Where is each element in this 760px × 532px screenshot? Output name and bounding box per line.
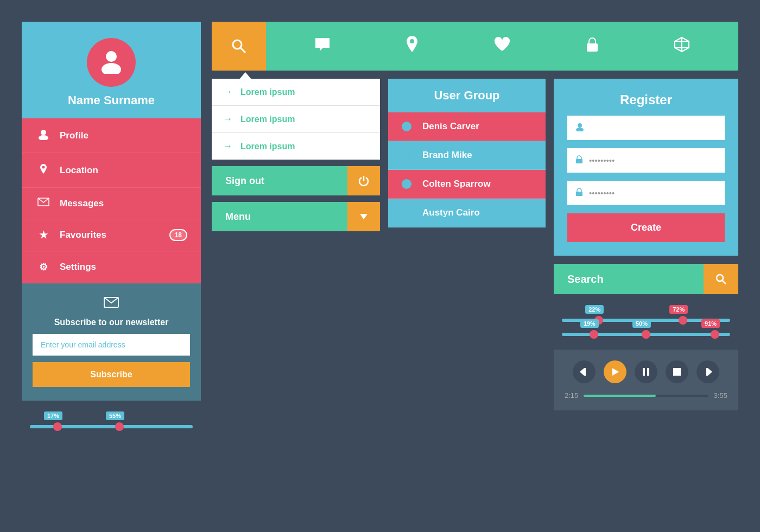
top-navbar	[212, 22, 738, 71]
subscribe-button[interactable]: Subscribe	[33, 362, 190, 387]
sidebar-item-profile[interactable]: Profile	[22, 118, 201, 153]
user-item-1[interactable]: Denis Carver	[388, 112, 546, 141]
user-group-title: User Group	[434, 88, 499, 102]
progress-track[interactable]	[584, 395, 708, 397]
heart-icon[interactable]	[493, 37, 511, 56]
rewind-button[interactable]	[573, 360, 596, 383]
profile-icon	[35, 128, 52, 143]
newsletter-section: Subscribe to our newsletter Subscribe	[22, 283, 201, 401]
navbar-icons	[266, 36, 738, 57]
navbar-search-button[interactable]	[212, 22, 266, 71]
svg-line-8	[240, 48, 245, 53]
chat-icon[interactable]	[314, 37, 331, 56]
status-dot-3	[402, 179, 411, 189]
username-input[interactable]	[567, 116, 725, 140]
confirm-password-input[interactable]	[567, 181, 725, 205]
left-slider-section: 17% 55%	[22, 401, 201, 436]
svg-marker-25	[612, 368, 619, 376]
nav-menu: Profile Location Messages ★ Favourites 1…	[22, 118, 201, 283]
right-slider-thumb-1-2[interactable]: 72%	[679, 316, 687, 325]
sidebar-item-messages[interactable]: Messages	[22, 188, 201, 219]
register-section: Register	[554, 79, 738, 256]
messages-icon	[35, 198, 52, 209]
search-icon-box[interactable]	[704, 264, 738, 294]
arrow-right-icon-1: →	[223, 86, 232, 98]
right-slider-track-2: 19% 50% 91%	[562, 333, 730, 336]
left-slider-label-2: 55%	[106, 411, 124, 420]
user-item-3[interactable]: Colten Sparrow	[388, 170, 546, 199]
dropdown-item-3[interactable]: → Lorem ipsum	[212, 133, 380, 160]
menu-label: Menu	[212, 202, 347, 231]
lock-input-icon-1	[575, 155, 583, 166]
stop-button[interactable]	[666, 360, 688, 383]
status-dot-1	[402, 122, 411, 131]
pause-button[interactable]	[635, 360, 657, 383]
menu-button[interactable]: Menu	[212, 202, 380, 231]
right-slider-label-1-1: 22%	[585, 305, 604, 314]
left-slider-thumb-1[interactable]: 17%	[53, 422, 62, 431]
svg-rect-20	[576, 192, 582, 196]
sign-out-button[interactable]: Sign out	[212, 166, 380, 195]
power-icon-box	[347, 166, 380, 195]
username-wrapper	[567, 116, 725, 140]
location-icon	[35, 163, 52, 178]
newsletter-icon	[104, 297, 119, 311]
user-group-panel: User Group Denis Carver Brand Mike Colte…	[388, 79, 546, 510]
user-name-3: Colten Sparrow	[422, 179, 491, 189]
right-slider-thumb-2-2[interactable]: 50%	[642, 330, 650, 339]
sidebar-item-location[interactable]: Location	[22, 153, 201, 188]
favourites-badge: 18	[169, 229, 187, 241]
cube-icon[interactable]	[674, 36, 690, 56]
newsletter-title: Subscribe to our newsletter	[54, 318, 169, 327]
dropdown-item-1[interactable]: → Lorem ipsum	[212, 79, 380, 106]
lock-input-icon-2	[575, 188, 583, 199]
settings-icon: ⚙	[35, 261, 52, 273]
user-name-4: Austyn Cairo	[422, 207, 480, 218]
dropdown-menu: → Lorem ipsum → Lorem ipsum → Lorem ipsu…	[212, 79, 380, 160]
user-item-4[interactable]: Austyn Cairo	[388, 199, 546, 227]
sidebar-item-settings[interactable]: ⚙ Settings	[22, 251, 201, 283]
register-title: Register	[567, 92, 725, 107]
right-slider-label-1-2: 72%	[669, 305, 688, 314]
arrow-right-icon-2: →	[223, 113, 232, 125]
dropdown-item-2[interactable]: → Lorem ipsum	[212, 106, 380, 133]
svg-point-9	[410, 39, 414, 43]
svg-point-17	[578, 123, 582, 128]
svg-rect-26	[643, 368, 645, 376]
dropdown-arrow	[239, 72, 252, 80]
favourites-icon: ★	[35, 229, 52, 241]
right-sliders: 22% 72% 19% 50%	[554, 302, 738, 341]
svg-marker-29	[708, 368, 712, 376]
left-slider-track: 17% 55%	[30, 425, 193, 428]
map-pin-icon[interactable]	[406, 36, 419, 57]
fast-forward-button[interactable]	[696, 360, 719, 383]
svg-rect-24	[584, 368, 586, 376]
svg-rect-10	[587, 43, 598, 52]
dropdown-text-2: Lorem ipsum	[240, 115, 295, 124]
svg-point-1	[102, 63, 121, 74]
user-avatar-icon	[98, 47, 125, 79]
arrow-right-icon-3: →	[223, 141, 232, 152]
create-button[interactable]: Create	[567, 213, 725, 242]
email-input[interactable]	[33, 334, 190, 356]
lock-icon[interactable]	[586, 36, 599, 56]
play-button[interactable]	[604, 360, 626, 383]
left-slider-thumb-2[interactable]: 55%	[115, 422, 124, 431]
user-item-2[interactable]: Brand Mike	[388, 141, 546, 170]
profile-header: Name Surname	[22, 22, 201, 118]
right-slider-thumb-2-1[interactable]: 19%	[590, 330, 598, 339]
svg-rect-30	[706, 368, 708, 376]
status-ring-2	[402, 150, 411, 160]
user-group-header: User Group	[388, 79, 546, 112]
profile-name: Name Surname	[68, 93, 155, 107]
chevron-down-icon-box	[347, 202, 380, 231]
svg-point-3	[39, 135, 48, 140]
svg-point-21	[717, 275, 723, 281]
sidebar-item-favourites[interactable]: ★ Favourites 18	[22, 219, 201, 251]
search-label: Search	[554, 264, 704, 294]
sign-out-label: Sign out	[212, 167, 347, 195]
dropdown-text-1: Lorem ipsum	[240, 87, 295, 97]
password-input[interactable]	[567, 148, 725, 173]
dropdown-text-3: Lorem ipsum	[240, 142, 295, 151]
right-slider-thumb-2-3[interactable]: 91%	[711, 330, 719, 339]
